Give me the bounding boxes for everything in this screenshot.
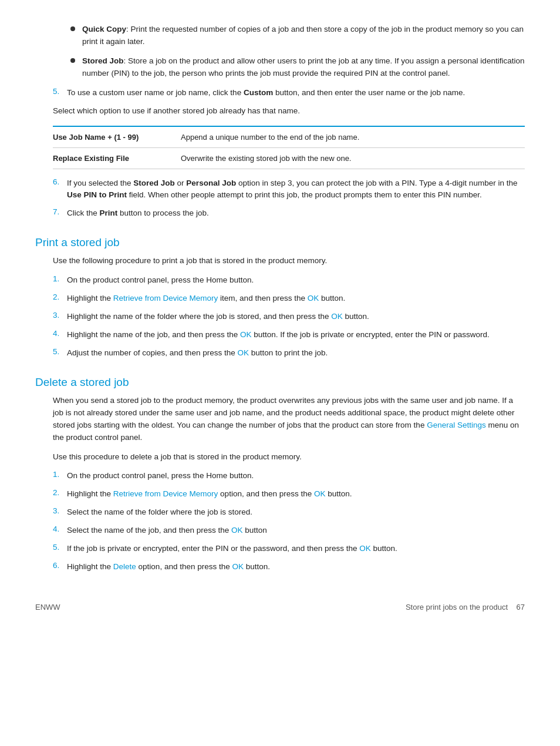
bullet-dot xyxy=(70,26,75,31)
step-7-num: 7. xyxy=(53,207,67,216)
delete-step-2-num: 2. xyxy=(53,488,67,497)
delete-step-1-num: 1. xyxy=(53,470,67,479)
delete-step-5: 5. If the job is private or encrypted, e… xyxy=(53,543,525,555)
delete-step-3-num: 3. xyxy=(53,506,67,515)
delete-stored-job-heading: Delete a stored job xyxy=(35,376,525,389)
print-step-1-text: On the product control panel, press the … xyxy=(67,274,525,287)
print-step-5-num: 5. xyxy=(53,347,67,356)
ok-link-print-2[interactable]: OK xyxy=(308,294,319,303)
print-step-3-num: 3. xyxy=(53,311,67,320)
delete-step-5-text: If the job is private or encrypted, ente… xyxy=(67,543,525,555)
table-cell-right-2: Overwrite the existing stored job with t… xyxy=(176,152,525,165)
stored-job-label: Stored Job xyxy=(82,56,124,65)
delete-step-6: 6. Highlight the Delete option, and then… xyxy=(53,561,525,573)
print-step-5-text: Adjust the number of copies, and then pr… xyxy=(67,347,525,359)
delete-step-3-text: Select the name of the folder where the … xyxy=(67,506,525,519)
print-step-3-text: Highlight the name of the folder where t… xyxy=(67,311,525,323)
table-cell-left-1: Use Job Name + (1 - 99) xyxy=(53,130,176,144)
delete-step-5-num: 5. xyxy=(53,543,67,552)
delete-step-4: 4. Select the name of the job, and then … xyxy=(53,525,525,537)
bullet-text-stored-job: Stored Job: Store a job on the product a… xyxy=(82,55,525,80)
step-5-note: Select which option to use if another st… xyxy=(53,105,525,117)
delete-step-4-text: Select the name of the job, and then pre… xyxy=(67,525,525,537)
delete-link[interactable]: Delete xyxy=(113,562,136,571)
ok-link-delete-5[interactable]: OK xyxy=(359,544,371,553)
step-5-text: To use a custom user name or job name, c… xyxy=(67,87,525,99)
delete-step-2-text: Highlight the Retrieve from Device Memor… xyxy=(67,488,525,500)
delete-step-6-text: Highlight the Delete option, and then pr… xyxy=(67,561,525,573)
step-6-text: If you selected the Stored Job or Person… xyxy=(67,177,525,202)
bullet-dot-2 xyxy=(70,58,75,63)
footer-left: ENWW xyxy=(35,603,60,611)
table-cell-left-2: Replace Existing File xyxy=(53,152,176,165)
print-stored-job-intro: Use the following procedure to print a j… xyxy=(53,255,525,267)
step-5-num: 5. xyxy=(53,87,67,96)
bullet-list: Quick Copy: Print the requested number o… xyxy=(70,23,525,80)
delete-stored-job-intro2: Use this procedure to delete a job that … xyxy=(53,451,525,463)
delete-step-1-text: On the product control panel, press the … xyxy=(67,470,525,482)
print-step-5: 5. Adjust the number of copies, and then… xyxy=(53,347,525,359)
ok-link-print-4[interactable]: OK xyxy=(240,330,252,339)
bullet-text-quick-copy: Quick Copy: Print the requested number o… xyxy=(82,23,525,48)
step-7-text: Click the Print button to process the jo… xyxy=(67,207,525,220)
quick-copy-label: Quick Copy xyxy=(82,25,126,33)
delete-step-6-num: 6. xyxy=(53,561,67,570)
delete-step-3: 3. Select the name of the folder where t… xyxy=(53,506,525,519)
ok-link-print-3[interactable]: OK xyxy=(331,312,343,321)
delete-step-1: 1. On the product control panel, press t… xyxy=(53,470,525,482)
bullet-item-quick-copy: Quick Copy: Print the requested number o… xyxy=(70,23,525,48)
retrieve-memory-link-2[interactable]: Retrieve from Device Memory xyxy=(113,489,218,498)
print-step-4-text: Highlight the name of the job, and then … xyxy=(67,329,525,341)
print-step-2-num: 2. xyxy=(53,293,67,301)
footer-right: Store print jobs on the product 67 xyxy=(406,603,525,611)
step-6-num: 6. xyxy=(53,177,67,186)
delete-step-4-num: 4. xyxy=(53,525,67,533)
delete-steps-list: 1. On the product control panel, press t… xyxy=(35,470,525,573)
print-step-4: 4. Highlight the name of the job, and th… xyxy=(53,329,525,341)
ok-link-delete-6[interactable]: OK xyxy=(232,562,244,571)
stored-job-text: : Store a job on the product and allow o… xyxy=(82,56,524,78)
retrieve-memory-link-1[interactable]: Retrieve from Device Memory xyxy=(113,294,218,303)
print-step-1: 1. On the product control panel, press t… xyxy=(53,274,525,287)
delete-step-2: 2. Highlight the Retrieve from Device Me… xyxy=(53,488,525,500)
option-table: Use Job Name + (1 - 99) Append a unique … xyxy=(53,126,525,169)
print-step-3: 3. Highlight the name of the folder wher… xyxy=(53,311,525,323)
quick-copy-text: : Print the requested number of copies o… xyxy=(82,25,524,46)
footer: ENWW Store print jobs on the product 67 xyxy=(35,603,525,611)
table-row-1: Use Job Name + (1 - 99) Append a unique … xyxy=(53,127,525,148)
ok-link-delete-2[interactable]: OK xyxy=(314,489,326,498)
bullet-item-stored-job: Stored Job: Store a job on the product a… xyxy=(70,55,525,80)
print-step-1-num: 1. xyxy=(53,274,67,283)
delete-stored-job-intro: When you send a stored job to the produc… xyxy=(53,395,525,444)
print-step-2-text: Highlight the Retrieve from Device Memor… xyxy=(67,293,525,305)
table-row-2: Replace Existing File Overwrite the exis… xyxy=(53,148,525,169)
print-step-4-num: 4. xyxy=(53,329,67,338)
print-steps-list: 1. On the product control panel, press t… xyxy=(35,274,525,359)
table-cell-right-1: Append a unique number to the end of the… xyxy=(176,130,525,144)
step-7: 7. Click the Print button to process the… xyxy=(53,207,525,220)
print-stored-job-heading: Print a stored job xyxy=(35,236,525,249)
print-step-2: 2. Highlight the Retrieve from Device Me… xyxy=(53,293,525,305)
step-6: 6. If you selected the Stored Job or Per… xyxy=(53,177,525,202)
ok-link-delete-4[interactable]: OK xyxy=(231,526,243,535)
step-5-custom: 5. To use a custom user name or job name… xyxy=(53,87,525,99)
ok-link-print-5[interactable]: OK xyxy=(237,348,249,357)
general-settings-link[interactable]: General Settings xyxy=(427,421,486,429)
